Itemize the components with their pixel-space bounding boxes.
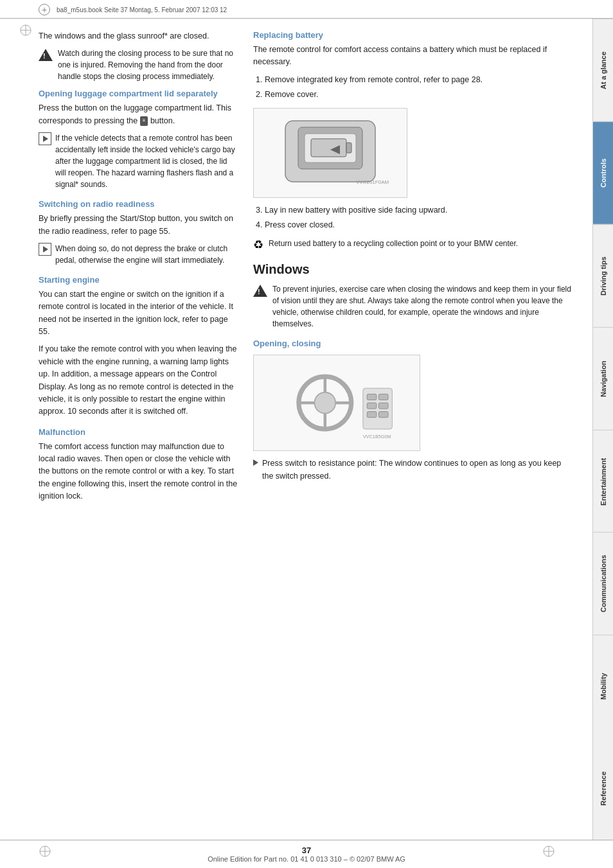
recycle-icon: ♻	[253, 238, 263, 252]
svg-rect-7	[346, 143, 351, 153]
page-body: The windows and the glass sunroof* are c…	[0, 19, 592, 840]
step-4: Press cover closed.	[265, 219, 573, 231]
page-number: 37	[208, 846, 405, 855]
svg-text:VVC1B5G0M: VVC1B5G0M	[363, 434, 391, 439]
footer-text: Online Edition for Part no. 01 41 0 013 …	[208, 855, 405, 863]
main-content: The windows and the glass sunroof* are c…	[0, 19, 613, 840]
sidebar-tab-communications[interactable]: Communications	[593, 532, 613, 635]
footer: 37 Online Edition for Part no. 01 41 0 0…	[0, 840, 613, 868]
bullet-press-text: Press switch to resistance point: The wi…	[262, 457, 573, 483]
sidebar-tab-navigation[interactable]: Navigation	[593, 327, 613, 430]
para-windows-closed: The windows and the glass sunroof* are c…	[39, 30, 238, 42]
svg-rect-17	[367, 394, 377, 400]
windows-image: VVC1B5G0M	[253, 355, 420, 451]
luggage-button-icon: ≡	[140, 116, 148, 125]
right-column: Replacing battery The remote control for…	[253, 30, 573, 820]
sidebar-tab-at-a-glance[interactable]: At a glance	[593, 19, 613, 121]
sidebar-tabs: At a glance Controls Driving tips Naviga…	[592, 19, 613, 840]
corner-bl-icon	[39, 845, 51, 858]
note-text-radio: When doing so, do not depress the brake …	[55, 243, 238, 266]
header-crosshair-icon	[39, 4, 50, 15]
warning-triangle-icon	[39, 49, 53, 61]
para-starting-1: You can start the engine or switch on th…	[39, 288, 238, 339]
sidebar-tab-controls[interactable]: Controls	[593, 121, 613, 224]
section-opening-luggage: Opening luggage compartment lid separate…	[39, 89, 238, 98]
battery-steps-list-2: Lay in new battery with positive side fa…	[253, 204, 573, 232]
warning-text-1: Watch during the closing process to be s…	[58, 48, 238, 82]
battery-steps-list: Remove integrated key from remote contro…	[253, 74, 573, 102]
note-play-icon-2	[39, 243, 51, 256]
two-col-layout: The windows and the glass sunroof* are c…	[39, 30, 573, 820]
header-bar: ba8_m5us.book Seite 37 Montag, 5. Februa…	[0, 0, 613, 19]
note-box-opening: If the vehicle detects that a remote con…	[39, 132, 238, 190]
sidebar-tab-driving-tips[interactable]: Driving tips	[593, 224, 613, 327]
section-windows-h2: Windows	[253, 262, 573, 277]
svg-rect-20	[378, 394, 388, 400]
step-3: Lay in new battery with positive side fa…	[265, 204, 573, 217]
section-malfunction: Malfunction	[39, 427, 238, 437]
section-starting: Starting engine	[39, 275, 238, 285]
warning-text-windows: To prevent injuries, exercise care when …	[272, 283, 573, 330]
para-opening: Press the button on the luggage compartm…	[39, 102, 238, 127]
section-opening-closing: Opening, closing	[253, 339, 573, 348]
para-battery-1: The remote control for comfort access co…	[253, 44, 573, 69]
bullet-triangle-icon	[253, 459, 258, 466]
windows-svg: VVC1B5G0M	[272, 361, 401, 445]
step-1: Remove integrated key from remote contro…	[265, 74, 573, 86]
bullet-press-switch: Press switch to resistance point: The wi…	[253, 457, 573, 483]
para-starting-2: If you take the remote control with you …	[39, 343, 238, 418]
section-battery: Replacing battery	[253, 30, 573, 40]
svg-rect-22	[378, 412, 388, 418]
svg-rect-6	[311, 139, 346, 157]
warning-box-1: Watch during the closing process to be s…	[39, 48, 238, 82]
svg-rect-18	[367, 403, 377, 409]
sidebar-tab-reference[interactable]: Reference	[593, 738, 613, 840]
svg-text:VVC261F0AM: VVC261F0AM	[356, 179, 389, 185]
para-radio: By briefly pressing the Start/Stop butto…	[39, 213, 238, 238]
recycle-text: Return used battery to a recycling colle…	[269, 238, 518, 249]
battery-svg: VVC261F0AM	[266, 114, 395, 191]
section-radio: Switching on radio readiness	[39, 199, 238, 209]
corner-tl-icon	[19, 24, 32, 37]
note-play-icon-1	[39, 132, 51, 145]
para-malfunction: The comfort access function may malfunct…	[39, 441, 238, 503]
left-column: The windows and the glass sunroof* are c…	[39, 30, 238, 820]
svg-point-11	[314, 393, 335, 414]
page-container: ba8_m5us.book Seite 37 Montag, 5. Februa…	[0, 0, 613, 868]
warning-box-windows: To prevent injuries, exercise care when …	[253, 283, 573, 330]
note-box-radio: When doing so, do not depress the brake …	[39, 243, 238, 266]
battery-image: VVC261F0AM	[253, 108, 407, 198]
step-2: Remove cover.	[265, 89, 573, 101]
sidebar-tab-entertainment[interactable]: Entertainment	[593, 430, 613, 533]
sidebar-tab-mobility[interactable]: Mobility	[593, 635, 613, 738]
svg-rect-19	[367, 412, 377, 418]
corner-br-icon	[542, 845, 555, 858]
svg-rect-21	[378, 403, 388, 409]
note-text-opening: If the vehicle detects that a remote con…	[55, 132, 238, 190]
header-file-info: ba8_m5us.book Seite 37 Montag, 5. Februa…	[57, 6, 227, 13]
warning-triangle-icon-2	[253, 285, 267, 297]
recycle-box: ♻ Return used battery to a recycling col…	[253, 238, 573, 252]
